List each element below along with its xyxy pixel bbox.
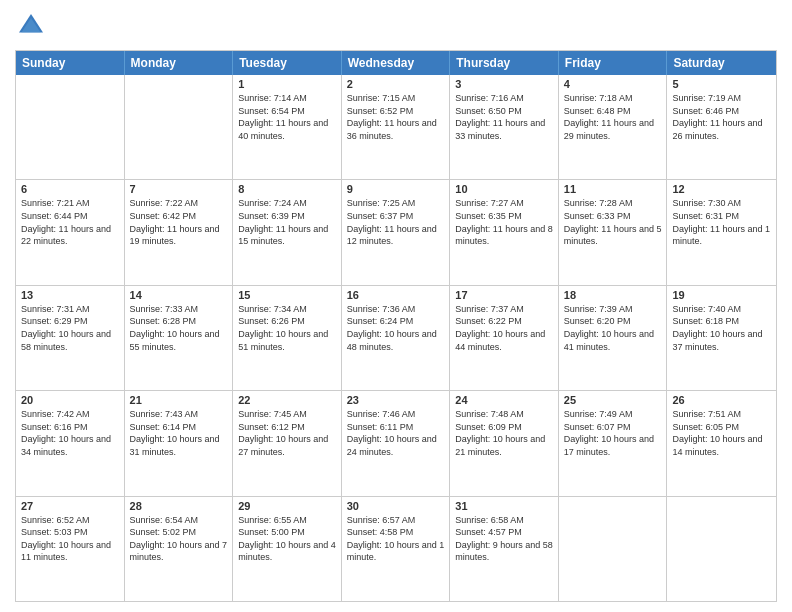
calendar-cell: 30Sunrise: 6:57 AMSunset: 4:58 PMDayligh…: [342, 497, 451, 601]
calendar-cell: 11Sunrise: 7:28 AMSunset: 6:33 PMDayligh…: [559, 180, 668, 284]
calendar-cell: 21Sunrise: 7:43 AMSunset: 6:14 PMDayligh…: [125, 391, 234, 495]
cell-info: Sunrise: 7:25 AMSunset: 6:37 PMDaylight:…: [347, 197, 445, 247]
day-number: 20: [21, 394, 119, 406]
calendar-cell: 2Sunrise: 7:15 AMSunset: 6:52 PMDaylight…: [342, 75, 451, 179]
cell-info: Sunrise: 7:46 AMSunset: 6:11 PMDaylight:…: [347, 408, 445, 458]
cell-info: Sunrise: 7:21 AMSunset: 6:44 PMDaylight:…: [21, 197, 119, 247]
cell-info: Sunrise: 7:24 AMSunset: 6:39 PMDaylight:…: [238, 197, 336, 247]
calendar-cell: 16Sunrise: 7:36 AMSunset: 6:24 PMDayligh…: [342, 286, 451, 390]
day-number: 21: [130, 394, 228, 406]
cell-info: Sunrise: 6:57 AMSunset: 4:58 PMDaylight:…: [347, 514, 445, 564]
calendar-cell: 26Sunrise: 7:51 AMSunset: 6:05 PMDayligh…: [667, 391, 776, 495]
day-header-monday: Monday: [125, 51, 234, 75]
cell-info: Sunrise: 6:58 AMSunset: 4:57 PMDaylight:…: [455, 514, 553, 564]
day-number: 2: [347, 78, 445, 90]
day-number: 4: [564, 78, 662, 90]
cell-info: Sunrise: 7:39 AMSunset: 6:20 PMDaylight:…: [564, 303, 662, 353]
day-number: 17: [455, 289, 553, 301]
day-number: 24: [455, 394, 553, 406]
day-header-saturday: Saturday: [667, 51, 776, 75]
calendar-cell: 15Sunrise: 7:34 AMSunset: 6:26 PMDayligh…: [233, 286, 342, 390]
day-number: 29: [238, 500, 336, 512]
day-number: 13: [21, 289, 119, 301]
cell-info: Sunrise: 7:28 AMSunset: 6:33 PMDaylight:…: [564, 197, 662, 247]
calendar-cell: [16, 75, 125, 179]
calendar-cell: 24Sunrise: 7:48 AMSunset: 6:09 PMDayligh…: [450, 391, 559, 495]
day-header-tuesday: Tuesday: [233, 51, 342, 75]
day-number: 1: [238, 78, 336, 90]
calendar-cell: 6Sunrise: 7:21 AMSunset: 6:44 PMDaylight…: [16, 180, 125, 284]
calendar-week-4: 20Sunrise: 7:42 AMSunset: 6:16 PMDayligh…: [16, 391, 776, 496]
day-number: 25: [564, 394, 662, 406]
day-header-friday: Friday: [559, 51, 668, 75]
calendar-cell: 13Sunrise: 7:31 AMSunset: 6:29 PMDayligh…: [16, 286, 125, 390]
day-number: 26: [672, 394, 771, 406]
day-number: 28: [130, 500, 228, 512]
calendar-cell: 20Sunrise: 7:42 AMSunset: 6:16 PMDayligh…: [16, 391, 125, 495]
calendar-cell: 29Sunrise: 6:55 AMSunset: 5:00 PMDayligh…: [233, 497, 342, 601]
calendar-cell: 3Sunrise: 7:16 AMSunset: 6:50 PMDaylight…: [450, 75, 559, 179]
calendar-cell: 8Sunrise: 7:24 AMSunset: 6:39 PMDaylight…: [233, 180, 342, 284]
calendar-cell: 25Sunrise: 7:49 AMSunset: 6:07 PMDayligh…: [559, 391, 668, 495]
calendar-week-3: 13Sunrise: 7:31 AMSunset: 6:29 PMDayligh…: [16, 286, 776, 391]
cell-info: Sunrise: 7:22 AMSunset: 6:42 PMDaylight:…: [130, 197, 228, 247]
day-number: 27: [21, 500, 119, 512]
day-number: 10: [455, 183, 553, 195]
day-number: 30: [347, 500, 445, 512]
cell-info: Sunrise: 7:37 AMSunset: 6:22 PMDaylight:…: [455, 303, 553, 353]
calendar-cell: 18Sunrise: 7:39 AMSunset: 6:20 PMDayligh…: [559, 286, 668, 390]
cell-info: Sunrise: 7:16 AMSunset: 6:50 PMDaylight:…: [455, 92, 553, 142]
day-number: 18: [564, 289, 662, 301]
day-header-wednesday: Wednesday: [342, 51, 451, 75]
calendar-cell: 7Sunrise: 7:22 AMSunset: 6:42 PMDaylight…: [125, 180, 234, 284]
calendar-cell: 22Sunrise: 7:45 AMSunset: 6:12 PMDayligh…: [233, 391, 342, 495]
cell-info: Sunrise: 6:52 AMSunset: 5:03 PMDaylight:…: [21, 514, 119, 564]
calendar-cell: 9Sunrise: 7:25 AMSunset: 6:37 PMDaylight…: [342, 180, 451, 284]
day-number: 5: [672, 78, 771, 90]
calendar-header: SundayMondayTuesdayWednesdayThursdayFrid…: [16, 51, 776, 75]
day-number: 3: [455, 78, 553, 90]
calendar-week-5: 27Sunrise: 6:52 AMSunset: 5:03 PMDayligh…: [16, 497, 776, 601]
day-number: 9: [347, 183, 445, 195]
calendar-cell: 27Sunrise: 6:52 AMSunset: 5:03 PMDayligh…: [16, 497, 125, 601]
cell-info: Sunrise: 7:42 AMSunset: 6:16 PMDaylight:…: [21, 408, 119, 458]
day-number: 14: [130, 289, 228, 301]
calendar-cell: 28Sunrise: 6:54 AMSunset: 5:02 PMDayligh…: [125, 497, 234, 601]
day-header-sunday: Sunday: [16, 51, 125, 75]
calendar-cell: [559, 497, 668, 601]
calendar-cell: 17Sunrise: 7:37 AMSunset: 6:22 PMDayligh…: [450, 286, 559, 390]
header: [15, 10, 777, 42]
day-header-thursday: Thursday: [450, 51, 559, 75]
calendar-cell: 10Sunrise: 7:27 AMSunset: 6:35 PMDayligh…: [450, 180, 559, 284]
day-number: 11: [564, 183, 662, 195]
day-number: 8: [238, 183, 336, 195]
day-number: 19: [672, 289, 771, 301]
calendar-cell: 1Sunrise: 7:14 AMSunset: 6:54 PMDaylight…: [233, 75, 342, 179]
calendar-cell: [125, 75, 234, 179]
day-number: 23: [347, 394, 445, 406]
logo-icon: [15, 10, 47, 42]
cell-info: Sunrise: 7:14 AMSunset: 6:54 PMDaylight:…: [238, 92, 336, 142]
calendar-cell: 23Sunrise: 7:46 AMSunset: 6:11 PMDayligh…: [342, 391, 451, 495]
calendar-cell: 14Sunrise: 7:33 AMSunset: 6:28 PMDayligh…: [125, 286, 234, 390]
cell-info: Sunrise: 7:34 AMSunset: 6:26 PMDaylight:…: [238, 303, 336, 353]
cell-info: Sunrise: 7:30 AMSunset: 6:31 PMDaylight:…: [672, 197, 771, 247]
cell-info: Sunrise: 7:27 AMSunset: 6:35 PMDaylight:…: [455, 197, 553, 247]
cell-info: Sunrise: 7:45 AMSunset: 6:12 PMDaylight:…: [238, 408, 336, 458]
cell-info: Sunrise: 7:19 AMSunset: 6:46 PMDaylight:…: [672, 92, 771, 142]
cell-info: Sunrise: 7:36 AMSunset: 6:24 PMDaylight:…: [347, 303, 445, 353]
day-number: 6: [21, 183, 119, 195]
cell-info: Sunrise: 6:55 AMSunset: 5:00 PMDaylight:…: [238, 514, 336, 564]
calendar-cell: 5Sunrise: 7:19 AMSunset: 6:46 PMDaylight…: [667, 75, 776, 179]
cell-info: Sunrise: 7:48 AMSunset: 6:09 PMDaylight:…: [455, 408, 553, 458]
logo: [15, 10, 51, 42]
calendar: SundayMondayTuesdayWednesdayThursdayFrid…: [15, 50, 777, 602]
calendar-cell: 4Sunrise: 7:18 AMSunset: 6:48 PMDaylight…: [559, 75, 668, 179]
day-number: 16: [347, 289, 445, 301]
calendar-cell: [667, 497, 776, 601]
cell-info: Sunrise: 7:51 AMSunset: 6:05 PMDaylight:…: [672, 408, 771, 458]
calendar-cell: 31Sunrise: 6:58 AMSunset: 4:57 PMDayligh…: [450, 497, 559, 601]
cell-info: Sunrise: 7:40 AMSunset: 6:18 PMDaylight:…: [672, 303, 771, 353]
day-number: 7: [130, 183, 228, 195]
calendar-body: 1Sunrise: 7:14 AMSunset: 6:54 PMDaylight…: [16, 75, 776, 601]
